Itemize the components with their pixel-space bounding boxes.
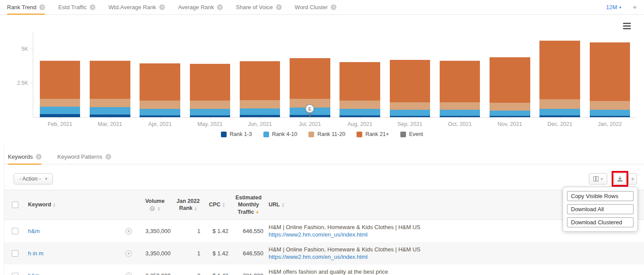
row-checkbox[interactable] xyxy=(12,273,18,275)
keyword-link[interactable]: h in m xyxy=(28,250,43,257)
bar-segment-rank-11-20 xyxy=(190,101,231,109)
tab-wtd-average-rank[interactable]: Wtd.Average Rank? xyxy=(108,0,165,14)
result-url[interactable]: https://www2.hm.com/en_us/index.html xyxy=(269,253,368,261)
help-icon[interactable]: ? xyxy=(39,4,45,10)
cell-rank: 1 xyxy=(173,242,203,265)
sort-desc-active-icon: ▼ xyxy=(256,210,259,215)
expand-row-icon[interactable]: ▾ xyxy=(125,250,132,257)
result-title: H&M | Online Fashion, Homeware & Kids Cl… xyxy=(269,246,641,254)
period-selector[interactable]: 12M ▾ xyxy=(606,4,621,10)
stacked-bar[interactable] xyxy=(390,60,430,117)
add-widget-icon[interactable]: + xyxy=(633,3,637,11)
stacked-bar[interactable] xyxy=(240,61,280,117)
stacked-bar[interactable] xyxy=(40,61,80,117)
chart-tab-bar: Rank Trend?Estd Traffic?Wtd.Average Rank… xyxy=(0,0,644,15)
cell-rank: 2 xyxy=(173,265,203,275)
event-marker[interactable]: E xyxy=(305,104,315,113)
help-icon[interactable]: ? xyxy=(105,154,111,160)
x-axis-label: Mar, 2021 xyxy=(98,121,122,127)
tabbar-right: 12M ▾ + xyxy=(606,3,637,11)
chevron-down-icon: ▾ xyxy=(620,5,622,10)
bar-segment-rank-21 xyxy=(490,57,530,103)
y-axis-label: 5K xyxy=(21,46,28,52)
table-toolbar: - Action - ▾ ▾ + xyxy=(4,171,644,187)
row-checkbox[interactable] xyxy=(12,228,18,234)
action-dropdown[interactable]: - Action - ▾ xyxy=(14,173,53,184)
table-row: h&m▾3,350,0002$ 1.42381,900H&M offers fa… xyxy=(4,265,644,275)
tab-estd-traffic-label: Estd Traffic xyxy=(58,4,87,10)
select-all-checkbox[interactable] xyxy=(12,202,18,208)
menu-item-download-all[interactable]: Download All xyxy=(567,204,634,214)
header-volume[interactable]: Volume ?▲▼ xyxy=(136,190,173,220)
legend-swatch xyxy=(263,132,269,137)
help-icon[interactable]: ? xyxy=(276,4,282,10)
seo-rank-dashboard: Rank Trend?Estd Traffic?Wtd.Average Rank… xyxy=(0,0,644,275)
stacked-bar[interactable] xyxy=(590,42,630,117)
row-checkbox[interactable] xyxy=(12,250,18,257)
bar-group-mar-2021: Mar, 2021 xyxy=(85,32,135,117)
help-icon[interactable]: ? xyxy=(36,154,42,160)
header-traffic[interactable]: Estimated Monthly Traffic▼ xyxy=(231,190,266,220)
stacked-bar[interactable] xyxy=(539,41,580,117)
column-chooser-button[interactable]: ▾ xyxy=(589,173,607,184)
legend-item-rank-21[interactable]: Rank 21+ xyxy=(357,131,389,137)
tab-keyword-patterns[interactable]: Keyword Patterns? xyxy=(57,150,111,164)
legend-item-rank-11-20[interactable]: Rank 11-20 xyxy=(308,131,345,137)
result-url[interactable]: https://www2.hm.com/en_us/index.html xyxy=(269,231,368,239)
download-menu: Copy Visible RowsDownload AllDownload Cl… xyxy=(563,187,638,232)
tab-keywords[interactable]: Keywords? xyxy=(8,150,42,164)
stacked-bar[interactable] xyxy=(90,61,130,117)
keywords-tab-bar: Keywords?Keyword Patterns? xyxy=(4,144,644,164)
sort-icon: ▲▼ xyxy=(158,206,160,211)
keyword-link[interactable]: h&m xyxy=(28,228,40,234)
header-keyword-label: Keyword xyxy=(28,202,51,208)
header-rank[interactable]: Jan 2022 Rank▲▼ xyxy=(173,190,203,220)
chart-context-menu-icon[interactable] xyxy=(623,23,631,29)
bar-group-nov-2021: Nov, 2021 xyxy=(485,32,535,117)
legend-item-rank-4-10[interactable]: Rank 4-10 xyxy=(263,131,298,137)
bar-group-jan-2022: Jan, 2022 xyxy=(585,32,635,117)
download-button[interactable] xyxy=(614,173,626,184)
tab-word-cluster[interactable]: Word Cluster? xyxy=(295,0,337,14)
expand-row-icon[interactable]: ▾ xyxy=(125,228,132,235)
columns-icon xyxy=(593,176,598,181)
cell-volume: 3,350,000 xyxy=(136,265,173,275)
stacked-bar[interactable] xyxy=(140,63,180,117)
x-axis-tick xyxy=(410,117,410,119)
header-cpc[interactable]: CPC▲▼ xyxy=(203,190,231,220)
legend-item-event[interactable]: Event xyxy=(400,131,423,137)
help-icon[interactable]: ? xyxy=(150,206,155,211)
bar-segment-rank-11-20 xyxy=(539,99,580,109)
x-axis-label: Jun, 2021 xyxy=(248,121,272,127)
stacked-bar[interactable] xyxy=(490,57,530,117)
stacked-bar[interactable] xyxy=(340,62,380,117)
x-axis-tick xyxy=(260,117,260,119)
cell-traffic: 646,550 xyxy=(231,242,266,265)
period-value: 12M xyxy=(606,4,617,10)
tab-average-rank[interactable]: Average Rank? xyxy=(178,0,223,14)
cell-expand: ▾ xyxy=(121,265,136,275)
bar-segment-rank-1-3 xyxy=(40,114,80,117)
expand-row-icon[interactable]: ▾ xyxy=(125,272,132,275)
menu-item-download-clustered[interactable]: Download Clustered xyxy=(567,217,634,227)
tab-wtd-average-rank-label: Wtd.Average Rank xyxy=(108,4,156,10)
help-icon[interactable]: ? xyxy=(217,4,223,10)
help-icon[interactable]: ? xyxy=(159,4,165,10)
legend-item-rank-1-3[interactable]: Rank 1-3 xyxy=(221,131,252,137)
help-icon[interactable]: ? xyxy=(90,4,95,10)
bar-series: Feb, 2021Mar, 2021Apr, 2021May, 2021Jun,… xyxy=(33,32,637,117)
header-keyword[interactable]: Keyword▲▼ xyxy=(25,190,121,220)
tab-share-of-voice[interactable]: Share of Voice? xyxy=(236,0,282,14)
help-icon[interactable]: ? xyxy=(331,4,336,10)
tab-rank-trend[interactable]: Rank Trend? xyxy=(7,0,45,14)
tab-estd-traffic[interactable]: Estd Traffic? xyxy=(58,0,95,14)
x-axis-label: Oct, 2021 xyxy=(448,121,472,127)
stacked-bar[interactable] xyxy=(190,64,231,117)
add-button[interactable]: + xyxy=(628,173,637,184)
stacked-bar[interactable] xyxy=(440,61,480,117)
cell-traffic: 381,900 xyxy=(231,265,266,275)
header-rank-line1: Jan 2022 xyxy=(176,198,200,205)
x-axis-label: Apr, 2021 xyxy=(148,121,172,127)
keyword-link[interactable]: h&m xyxy=(28,272,40,275)
menu-item-copy-visible-rows[interactable]: Copy Visible Rows xyxy=(567,191,634,201)
